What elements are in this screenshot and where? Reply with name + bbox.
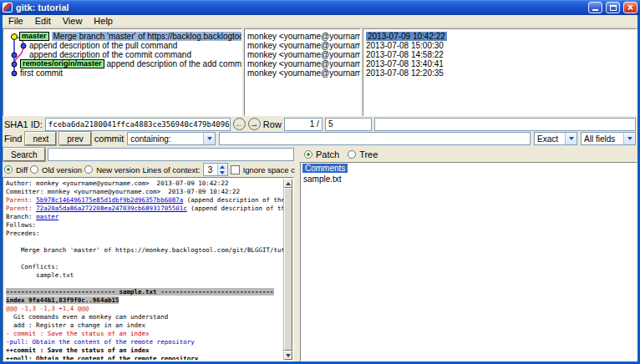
minimize-button[interactable] [588,2,602,13]
author-row[interactable]: monkey <yourname@yourname.com> [245,68,360,78]
date-row[interactable]: 2013-07-08 14:58:22 [363,50,637,59]
new-version-radio[interactable]: New version [84,165,140,174]
parent-sha-link[interactable]: 5b978c146496175e85d1dbf9b2d96357bb6087a [36,196,183,204]
row-total-field[interactable]: 5 [325,118,372,131]
forward-arrow-button[interactable]: → [248,118,261,130]
file-list-pane[interactable]: Comments sample.txt [300,162,637,361]
scroll-down-icon[interactable] [284,351,292,360]
radio-icon [30,165,38,174]
search-button[interactable]: Search [3,148,45,161]
diff-context-line: Git commands even a monkey can understan… [6,313,168,321]
commit-row[interactable]: append description of the commit command [3,50,241,59]
commit-message: Merge branch 'master' of https://backlog… [52,32,241,41]
match-type-select[interactable]: Exact [534,132,577,145]
patch-radio[interactable]: Patch [304,149,339,159]
branch-label-master[interactable]: master [19,32,49,41]
commit-row[interactable]: first commit [3,68,241,78]
old-version-radio[interactable]: Old version [30,165,82,174]
scrollbar-thumb[interactable] [284,188,292,351]
diff-scrollbar[interactable] [283,179,292,360]
menu-file[interactable]: File [3,15,29,28]
maximize-button[interactable] [606,2,620,13]
author-row[interactable]: monkey <yourname@yourname.com> [245,41,360,50]
find-prev-button[interactable]: prev [59,132,90,145]
commit-row[interactable]: append description of the pull command [3,41,241,50]
diff-radio[interactable]: Diff [4,165,28,174]
date-row[interactable]: 2013-07-08 15:00:30 [363,41,637,50]
sha1-input[interactable]: fceba6da2180041ffca4883ce356940c479b4096 [45,118,231,131]
window-title: gitk: tutorial [16,3,585,13]
author-row[interactable]: monkey <yourname@yourname.com> [245,50,360,59]
date-text: 2013-07-09 10:42:22 [366,32,447,41]
radio-icon [348,150,356,159]
file-list-item[interactable]: sample.txt [301,174,637,185]
find-input[interactable] [219,132,531,145]
back-arrow-button[interactable]: ← [233,118,246,130]
diff-parent-line: Parent: 72a20a5da86a272208ea247039cb6893… [6,205,283,213]
diff-added-line: ++commit : Save the status of an index [6,346,150,354]
lines-of-context-label: Lines of context: [142,165,200,174]
diff-removed-line: -pull: Obtain the content of the remote … [6,338,195,346]
diff-file-separator[interactable]: ----------------------------- sample.txt… [6,288,274,296]
spin-up-icon[interactable] [218,164,227,169]
author-row[interactable]: monkey <yourname@yourname.com> [245,32,360,41]
date-row[interactable]: 2013-07-08 12:20:35 [363,68,637,78]
sha-bar: SHA1 ID: fceba6da2180041ffca4883ce356940… [3,117,637,131]
comments-item[interactable]: Comments [301,163,637,174]
menu-edit[interactable]: Edit [29,15,57,28]
chevron-down-icon[interactable] [623,133,635,144]
diff-branch-line: Branch: master [6,213,283,221]
new-version-label: New version [96,165,140,174]
commit-row[interactable]: remotes/origin/master append description… [3,59,241,68]
find-next-button[interactable]: next [25,132,56,145]
search-input[interactable] [48,148,294,161]
diff-committer-line: Committer: monkey <yourname@yourname.com… [6,188,240,195]
menu-help[interactable]: Help [88,15,119,28]
chevron-down-icon[interactable] [565,133,577,144]
diff-removed-line: - commit : Save the status of an index [6,330,150,337]
chevron-down-icon[interactable] [203,133,215,144]
commit-message: first commit [20,68,63,78]
menu-bar: File Edit View Help [3,15,637,28]
author-text: monkey <yourname@yourname.com> [247,50,360,59]
title-bar[interactable]: gitk: tutorial [0,0,640,15]
fields-select[interactable]: All fields [581,132,636,145]
menu-view[interactable]: View [57,15,89,28]
commit-message: append description of the commit command [29,50,191,59]
parent-sha-link[interactable]: 72a20a5da86a272208ea247039cb68931705501c [36,205,187,212]
lines-of-context-stepper[interactable]: 3 [203,163,228,176]
diff-options-bar: Diff Old version New version Lines of co… [3,162,295,177]
spin-down-icon[interactable] [218,169,227,175]
date-text: 2013-07-08 15:00:30 [366,41,444,50]
date-row[interactable]: 2013-07-09 10:42:22 [363,32,637,41]
date-row[interactable]: 2013-07-08 13:40:41 [363,59,637,68]
author-pane[interactable]: monkey <yourname@yourname.com> monkey <y… [244,28,361,116]
row-current-field[interactable]: 1 / [284,118,323,131]
comments-label: Comments [302,164,348,173]
diff-precedes-line: Precedes: [6,230,40,237]
find-label: Find [4,134,22,144]
author-text: monkey <yourname@yourname.com> [247,32,360,41]
match-type-value: Exact [537,134,558,144]
search-bar: Search [3,147,295,162]
lines-of-context-value: 3 [204,164,217,175]
status-field[interactable] [374,118,636,131]
containing-select[interactable]: containing: [127,132,216,145]
radio-icon [304,150,312,159]
tree-radio[interactable]: Tree [348,149,378,159]
diff-pane[interactable]: Author: monkey <yourname@yourname.com> 2… [3,177,294,361]
old-version-label: Old version [42,165,82,174]
scroll-up-icon[interactable] [284,179,292,188]
diff-text: Author: monkey <yourname@yourname.com> 2… [4,179,283,360]
diff-index-line: index 9fa44b1,83f9f0c..964ab15 [6,296,119,304]
branch-label-origin-master[interactable]: remotes/origin/master [20,59,104,68]
tree-radio-label: Tree [359,149,378,159]
commit-graph-pane[interactable]: master Merge branch 'master' of https://… [3,28,242,116]
date-pane[interactable]: 2013-07-09 10:42:22 2013-07-08 15:00:30 … [363,28,637,116]
branch-link[interactable]: master [36,213,58,220]
view-toggle-bar: Patch Tree [301,147,637,162]
sha1-label: SHA1 ID: [4,119,43,129]
author-row[interactable]: monkey <yourname@yourname.com> [245,59,360,68]
close-button[interactable] [623,2,637,13]
commit-row[interactable]: master Merge branch 'master' of https://… [3,32,241,41]
